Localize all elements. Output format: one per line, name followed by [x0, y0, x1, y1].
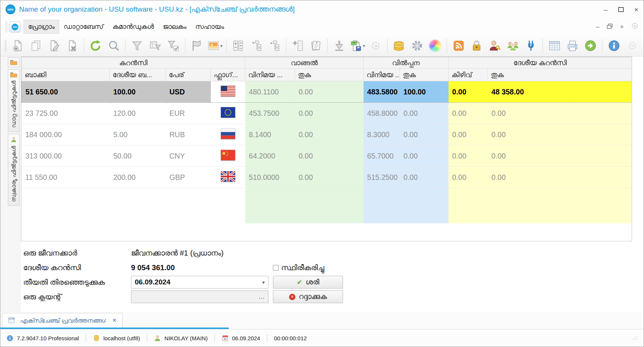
column-header[interactable]: വിനിമയ ...: [245, 69, 295, 81]
cell-buy-amount[interactable]: 0.00: [295, 103, 364, 124]
cell-balance[interactable]: 184 000.00: [22, 124, 110, 145]
table-grid-button[interactable]: [546, 37, 563, 55]
cell-sell-rate[interactable]: 458.8000: [364, 103, 400, 124]
mdi-close-icon[interactable]: ×: [620, 23, 624, 31]
cell-name[interactable]: CNY: [166, 145, 211, 167]
cell-sell-rate[interactable]: 8.3000: [364, 124, 400, 145]
cell-sell-rate[interactable]: 515.2500: [364, 167, 400, 188]
menu-item-5[interactable]: സഹായം: [191, 20, 228, 33]
resize-grip-icon[interactable]: .::: [633, 335, 638, 341]
column-header[interactable]: തുക: [400, 69, 449, 81]
export-xls-button[interactable]: XLS▾: [349, 37, 366, 55]
tab-exchange-operations[interactable]: എക്സ്ചേഞ്ച് പ്രവർത്തനങ്ങൾ ✕: [2, 313, 122, 328]
mdi-more-icon[interactable]: [631, 22, 638, 31]
cell-sell-rate[interactable]: 483.5800: [364, 81, 400, 103]
cell-buy-rate[interactable]: 8.1400: [245, 124, 295, 145]
filter-button[interactable]: [128, 37, 146, 55]
gear-button[interactable]: [408, 37, 426, 55]
cell-buy-amount[interactable]: 0.00: [295, 145, 364, 167]
cell-flag[interactable]: [211, 145, 245, 167]
cell-buy-amount[interactable]: 0.00: [295, 124, 364, 145]
table-row[interactable]: 11 550.00200.00GBP510.00000.00515.25000.…: [22, 167, 632, 188]
column-header[interactable]: പേര്: [166, 69, 211, 81]
cell-buy-rate[interactable]: 510.0000: [245, 167, 295, 188]
table-row[interactable]: 184 000.005.00RUB8.14000.008.30000.000.0…: [22, 124, 632, 145]
cell-discount[interactable]: 0.00: [449, 124, 488, 145]
tree-expand-button[interactable]: [247, 37, 265, 55]
notes-button[interactable]: [307, 37, 325, 55]
cell-amount[interactable]: 0.00: [488, 103, 632, 124]
cell-amount[interactable]: 0.00: [488, 167, 632, 188]
cell-national-balance[interactable]: 5.00: [110, 124, 166, 145]
cell-buy-rate[interactable]: 453.7500: [245, 103, 295, 124]
column-header[interactable]: കിഴിവ്: [449, 69, 488, 81]
cell-national-balance[interactable]: 100.00: [110, 81, 166, 103]
cell-flag[interactable]: [211, 124, 245, 145]
close-button-icon[interactable]: ×: [634, 6, 638, 13]
column-header[interactable]: ദേശീയ ബ...: [110, 69, 166, 81]
cell-buy-amount[interactable]: 0.00: [295, 167, 364, 188]
add-row-button[interactable]: [289, 37, 307, 55]
flag-button[interactable]: [188, 37, 206, 55]
cell-amount[interactable]: 0.00: [488, 124, 632, 145]
rss-button[interactable]: [450, 37, 467, 55]
column-header[interactable]: വിനിമയ ...: [364, 69, 400, 81]
cell-national-balance[interactable]: 120.00: [110, 103, 166, 124]
cell-name[interactable]: GBP: [166, 167, 211, 188]
tab-close-icon[interactable]: ✕: [112, 317, 117, 324]
ok-button[interactable]: ✔ ശരി: [273, 276, 343, 289]
user-permissions-button[interactable]: [486, 37, 504, 55]
filter-check-button[interactable]: [164, 37, 182, 55]
side-tab-data-filters[interactable]: ഡാറ്റ ഫിൽട്ടറുകൾ: [8, 69, 19, 132]
cell-name[interactable]: USD: [166, 81, 211, 103]
cell-balance[interactable]: 313 000.00: [22, 145, 110, 167]
menu-item-3[interactable]: കമാൻഡുകൾ: [108, 20, 158, 33]
plug-button[interactable]: [522, 37, 540, 55]
tree-collapse-button[interactable]: [265, 37, 283, 55]
cell-name[interactable]: RUB: [166, 124, 211, 145]
cell-balance[interactable]: 51 650.00: [22, 81, 110, 103]
cell-balance[interactable]: 11 550.00: [22, 167, 110, 188]
cell-balance[interactable]: 23 725.00: [22, 103, 110, 124]
cell-sell-amount[interactable]: 0.00: [400, 167, 449, 188]
info-button[interactable]: [605, 37, 623, 55]
table-row[interactable]: 313 000.0050.00CNY64.20000.0065.70000.00…: [22, 145, 632, 167]
lock-button[interactable]: [468, 37, 485, 55]
cell-sell-rate[interactable]: 65.7000: [364, 145, 400, 167]
cell-buy-rate[interactable]: 480.1100: [245, 81, 295, 103]
folder-mini-tab[interactable]: [8, 57, 19, 67]
new-document-button[interactable]: [9, 37, 27, 55]
confirmed-checkbox[interactable]: [273, 265, 279, 271]
image-button[interactable]: ▾: [206, 37, 224, 55]
ellipsis-browse-icon[interactable]: ...: [259, 293, 265, 300]
copy-document-button[interactable]: [27, 37, 45, 55]
cell-flag[interactable]: [211, 167, 245, 188]
menu-item-1[interactable]: പ്രോഗ്രാം: [24, 20, 59, 33]
edit-document-button[interactable]: [45, 37, 63, 55]
minimize-button-icon[interactable]: –: [604, 6, 608, 13]
cell-discount[interactable]: 0.00: [449, 81, 488, 103]
date-select[interactable]: 06.09.2024 ▾: [131, 276, 268, 289]
go-button[interactable]: [582, 37, 599, 55]
cell-amount[interactable]: 0.00: [488, 145, 632, 167]
cell-sell-amount[interactable]: 0.00: [400, 124, 449, 145]
cell-name[interactable]: EUR: [166, 103, 211, 124]
cell-buy-amount[interactable]: 0.00: [295, 81, 364, 103]
table-row[interactable]: 23 725.00120.00EUR453.75000.00458.80000.…: [22, 103, 632, 124]
print-button[interactable]: [564, 37, 581, 55]
cell-national-balance[interactable]: 200.00: [110, 167, 166, 188]
maximize-button-icon[interactable]: [618, 6, 624, 13]
group-levels-button[interactable]: [229, 37, 247, 55]
menu-item-4[interactable]: ജാലകം: [159, 20, 191, 33]
cell-national-balance[interactable]: 50.00: [110, 145, 166, 167]
search-button[interactable]: [105, 37, 122, 55]
cell-discount[interactable]: 0.00: [449, 145, 488, 167]
client-field[interactable]: ...: [131, 290, 268, 303]
table-row[interactable]: 51 650.00100.00USD480.11000.00483.580010…: [22, 81, 632, 103]
usu-menu-icon[interactable]: usu: [9, 21, 21, 33]
menu-item-2[interactable]: ഡാറ്റാബേസ്: [60, 20, 107, 33]
coins-button[interactable]: [390, 37, 408, 55]
color-wheel-button[interactable]: [426, 37, 444, 55]
users-button[interactable]: [504, 37, 522, 55]
cell-discount[interactable]: 0.00: [449, 103, 488, 124]
